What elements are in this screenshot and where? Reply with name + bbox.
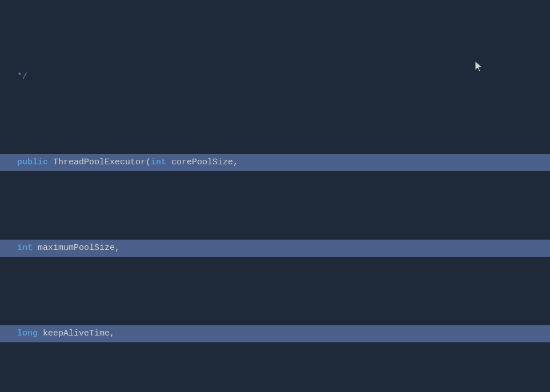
code-line-2: int maximumPoolSize, <box>0 240 550 257</box>
code-line-3: long keepAliveTime, <box>0 325 550 342</box>
code-block: */ public ThreadPoolExecutor(int corePoo… <box>0 0 550 392</box>
code-line-1: public ThreadPoolExecutor(int corePoolSi… <box>0 154 550 171</box>
code-editor[interactable]: */ public ThreadPoolExecutor(int corePoo… <box>0 0 550 392</box>
code-line-0: */ <box>0 68 550 86</box>
